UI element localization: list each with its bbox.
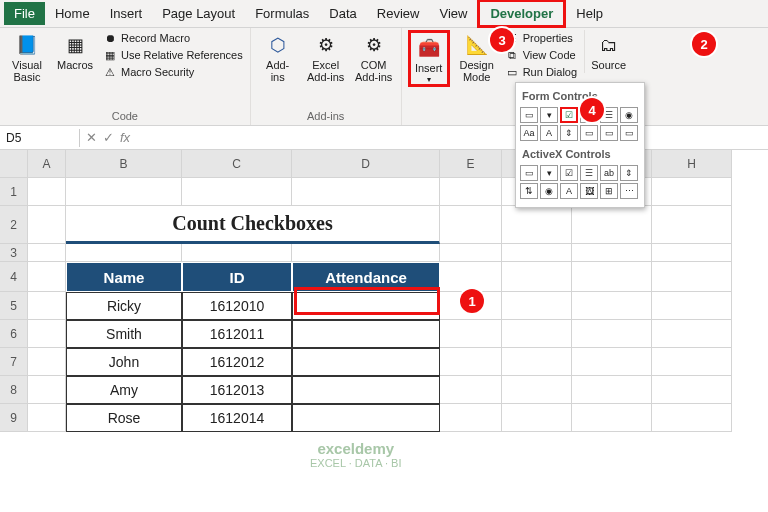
ax-toggle[interactable]: ⊞ (600, 183, 618, 199)
form-option[interactable]: ◉ (620, 107, 638, 123)
row-3[interactable]: 3 (0, 244, 28, 262)
tab-view[interactable]: View (429, 2, 477, 25)
col-D[interactable]: D (292, 150, 440, 178)
ax-checkbox[interactable]: ☑ (560, 165, 578, 181)
cell-F4[interactable] (502, 262, 572, 292)
cell-H5[interactable] (652, 292, 732, 320)
row-1[interactable]: 1 (0, 178, 28, 206)
cell-H1[interactable] (652, 178, 732, 206)
ax-option[interactable]: ◉ (540, 183, 558, 199)
cell-A7[interactable] (28, 348, 66, 376)
fx-icon[interactable]: fx (120, 130, 130, 145)
cell-B9[interactable]: Rose (66, 404, 182, 432)
form-scroll[interactable]: ⇕ (560, 125, 578, 141)
cell-H8[interactable] (652, 376, 732, 404)
cell-B5[interactable]: Ricky (66, 292, 182, 320)
cell-A6[interactable] (28, 320, 66, 348)
addins-button[interactable]: ⬡Add- ins (257, 30, 299, 85)
cell-A1[interactable] (28, 178, 66, 206)
name-box[interactable]: D5 (0, 129, 80, 147)
cell-C6[interactable]: 1612011 (182, 320, 292, 348)
cell-A5[interactable] (28, 292, 66, 320)
cell-A3[interactable] (28, 244, 66, 262)
tab-review[interactable]: Review (367, 2, 430, 25)
insert-controls-button[interactable]: 🧰 Insert ▾ (408, 30, 450, 87)
cell-E1[interactable] (440, 178, 502, 206)
cell-B1[interactable] (66, 178, 182, 206)
cell-E4[interactable] (440, 262, 502, 292)
cell-D6[interactable] (292, 320, 440, 348)
cell-C7[interactable]: 1612012 (182, 348, 292, 376)
cell-A4[interactable] (28, 262, 66, 292)
ax-label[interactable]: A (560, 183, 578, 199)
cell-E2[interactable] (440, 206, 502, 244)
row-2[interactable]: 2 (0, 206, 28, 244)
form-checkbox[interactable]: ☑ (560, 107, 578, 123)
relative-refs-button[interactable]: ▦Use Relative References (102, 47, 244, 63)
source-button[interactable]: 🗂Source (584, 30, 626, 73)
cell-D8[interactable] (292, 376, 440, 404)
tab-help[interactable]: Help (566, 2, 613, 25)
tab-formulas[interactable]: Formulas (245, 2, 319, 25)
macro-security-button[interactable]: ⚠Macro Security (102, 64, 244, 80)
ax-list[interactable]: ☰ (580, 165, 598, 181)
row-8[interactable]: 8 (0, 376, 28, 404)
col-C[interactable]: C (182, 150, 292, 178)
cell-F6[interactable] (502, 320, 572, 348)
ax-image[interactable]: 🖼 (580, 183, 598, 199)
tab-developer[interactable]: Developer (477, 0, 566, 28)
macros-button[interactable]: ▦ Macros (54, 30, 96, 73)
ax-more[interactable]: ⋯ (620, 183, 638, 199)
enter-icon[interactable]: ✓ (103, 130, 114, 145)
cell-A8[interactable] (28, 376, 66, 404)
cell-B6[interactable]: Smith (66, 320, 182, 348)
cell-H6[interactable] (652, 320, 732, 348)
record-macro-button[interactable]: ⏺Record Macro (102, 30, 244, 46)
formula-input[interactable] (136, 136, 768, 140)
tab-pagelayout[interactable]: Page Layout (152, 2, 245, 25)
cell-E6[interactable] (440, 320, 502, 348)
tab-insert[interactable]: Insert (100, 2, 153, 25)
row-6[interactable]: 6 (0, 320, 28, 348)
cell-H4[interactable] (652, 262, 732, 292)
run-dialog-button[interactable]: ▭Run Dialog (504, 64, 578, 80)
col-H[interactable]: H (652, 150, 732, 178)
cell-H3[interactable] (652, 244, 732, 262)
cell-C8[interactable]: 1612013 (182, 376, 292, 404)
cancel-icon[interactable]: ✕ (86, 130, 97, 145)
cell-B3[interactable] (66, 244, 182, 262)
col-E[interactable]: E (440, 150, 502, 178)
cell-G2[interactable] (572, 206, 652, 244)
cell-H9[interactable] (652, 404, 732, 432)
ax-combo[interactable]: ▾ (540, 165, 558, 181)
form-x2[interactable]: ▭ (600, 125, 618, 141)
view-code-button[interactable]: ⧉View Code (504, 47, 578, 63)
cell-C9[interactable]: 1612014 (182, 404, 292, 432)
row-5[interactable]: 5 (0, 292, 28, 320)
cell-G5[interactable] (572, 292, 652, 320)
row-9[interactable]: 9 (0, 404, 28, 432)
form-button[interactable]: ▭ (520, 107, 538, 123)
form-group[interactable]: Aa (520, 125, 538, 141)
cell-B8[interactable]: Amy (66, 376, 182, 404)
ax-text[interactable]: ab (600, 165, 618, 181)
cell-G9[interactable] (572, 404, 652, 432)
tab-file[interactable]: File (4, 2, 45, 25)
cell-C5[interactable]: 1612010 (182, 292, 292, 320)
cell-A2[interactable] (28, 206, 66, 244)
ax-spin[interactable]: ⇅ (520, 183, 538, 199)
cell-F2[interactable] (502, 206, 572, 244)
form-x1[interactable]: ▭ (580, 125, 598, 141)
cell-G4[interactable] (572, 262, 652, 292)
col-B[interactable]: B (66, 150, 182, 178)
col-A[interactable]: A (28, 150, 66, 178)
cell-G7[interactable] (572, 348, 652, 376)
form-combo[interactable]: ▾ (540, 107, 558, 123)
cell-D3[interactable] (292, 244, 440, 262)
row-7[interactable]: 7 (0, 348, 28, 376)
form-x3[interactable]: ▭ (620, 125, 638, 141)
cell-B4[interactable]: Name (66, 262, 182, 292)
cell-A9[interactable] (28, 404, 66, 432)
excel-addins-button[interactable]: ⚙Excel Add-ins (305, 30, 347, 85)
form-label[interactable]: A (540, 125, 558, 141)
